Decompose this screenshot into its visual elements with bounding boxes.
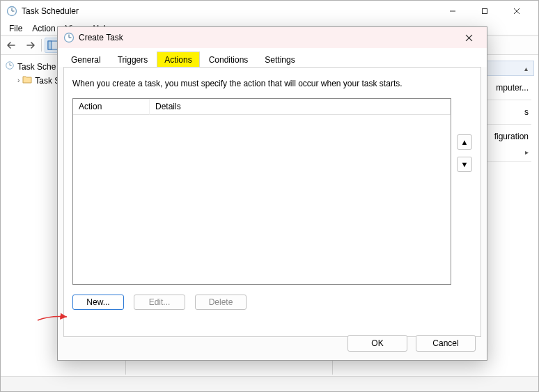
tab-actions[interactable]: Actions xyxy=(157,52,199,68)
toolbar-separator xyxy=(41,39,42,52)
column-details[interactable]: Details xyxy=(150,99,451,115)
tab-triggers[interactable]: Triggers xyxy=(110,52,156,68)
action-button-row: New... Edit... Delete xyxy=(72,295,472,310)
chevron-right-icon: › xyxy=(17,77,19,84)
svg-rect-8 xyxy=(48,41,52,49)
clock-icon xyxy=(5,61,15,72)
chevron-up-icon: ▴ xyxy=(524,65,528,72)
dialog-tabstrip: General Triggers Actions Conditions Sett… xyxy=(58,48,487,67)
menu-file[interactable]: File xyxy=(5,22,26,35)
ok-button[interactable]: OK xyxy=(347,335,407,352)
svg-rect-7 xyxy=(48,41,58,49)
close-button[interactable] xyxy=(501,1,533,22)
nav-forward-button[interactable] xyxy=(22,38,38,53)
minimize-button[interactable] xyxy=(437,1,469,22)
status-bar xyxy=(1,376,538,391)
maximize-button[interactable] xyxy=(469,1,501,22)
task-scheduler-icon xyxy=(6,6,17,17)
dialog-titlebar[interactable]: Create Task xyxy=(58,27,487,48)
main-titlebar: Task Scheduler xyxy=(1,1,538,22)
tab-general[interactable]: General xyxy=(63,52,109,68)
menu-action[interactable]: Action xyxy=(28,22,59,35)
window-controls xyxy=(437,1,533,22)
edit-button[interactable]: Edit... xyxy=(134,295,185,310)
delete-button[interactable]: Delete xyxy=(195,295,247,310)
column-action[interactable]: Action xyxy=(73,99,150,115)
cancel-button[interactable]: Cancel xyxy=(416,335,476,352)
dialog-close-button[interactable] xyxy=(456,29,481,47)
nav-back-button[interactable] xyxy=(3,38,20,53)
actions-listbox[interactable]: Action Details xyxy=(72,98,451,285)
tree-child-label: Task S xyxy=(35,76,60,86)
tree-root-label: Task Sche xyxy=(17,62,56,72)
move-down-button[interactable]: ▼ xyxy=(457,157,472,172)
list-header: Action Details xyxy=(73,99,451,115)
tab-conditions[interactable]: Conditions xyxy=(201,52,256,68)
new-button[interactable]: New... xyxy=(72,295,124,310)
folder-icon xyxy=(22,75,32,86)
tab-settings[interactable]: Settings xyxy=(257,52,302,68)
dialog-footer: OK Cancel xyxy=(347,335,476,352)
reorder-buttons: ▲ ▼ xyxy=(457,98,472,285)
create-task-dialog: Create Task General Triggers Actions Con… xyxy=(57,26,487,361)
actions-panel: When you create a task, you must specify… xyxy=(63,67,481,337)
main-window-title: Task Scheduler xyxy=(22,6,437,16)
dialog-title: Create Task xyxy=(79,33,456,42)
svg-rect-4 xyxy=(483,9,487,14)
move-up-button[interactable]: ▲ xyxy=(457,134,472,150)
task-scheduler-icon xyxy=(63,32,75,43)
panel-description: When you create a task, you must specify… xyxy=(72,79,472,88)
